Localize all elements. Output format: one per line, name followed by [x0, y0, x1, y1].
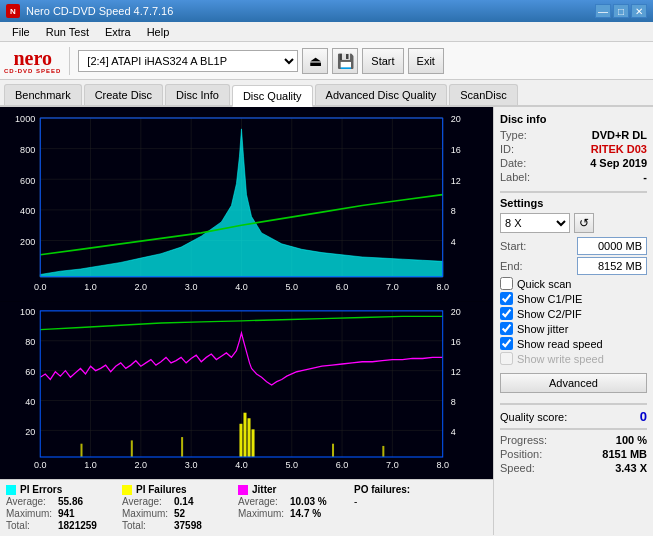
svg-rect-58: [252, 429, 255, 457]
show-c1pie-label: Show C1/PIE: [517, 293, 582, 305]
nero-logo: nero CD-DVD SPEED: [4, 48, 61, 74]
show-read-speed-row: Show read speed: [500, 337, 647, 350]
svg-rect-59: [80, 444, 82, 457]
show-jitter-checkbox[interactable]: [500, 322, 513, 335]
quality-score-value: 0: [640, 409, 647, 424]
date-label: Date:: [500, 157, 526, 169]
refresh-button[interactable]: ↺: [574, 213, 594, 233]
type-value: DVD+R DL: [592, 129, 647, 141]
show-c2pif-checkbox[interactable]: [500, 307, 513, 320]
svg-text:0.0: 0.0: [34, 459, 47, 471]
show-read-speed-checkbox[interactable]: [500, 337, 513, 350]
svg-text:4.0: 4.0: [235, 280, 248, 291]
pi-failures-max-value: 52: [174, 508, 185, 519]
jitter-label: Jitter: [252, 484, 276, 495]
show-jitter-label: Show jitter: [517, 323, 568, 335]
maximize-button[interactable]: □: [613, 4, 629, 18]
jitter-stat: Jitter Average: 10.03 % Maximum: 14.7 %: [238, 484, 338, 531]
svg-text:1.0: 1.0: [84, 280, 97, 291]
quick-scan-checkbox[interactable]: [500, 277, 513, 290]
svg-text:800: 800: [20, 144, 35, 155]
exit-button[interactable]: Exit: [408, 48, 444, 74]
divider-1: [500, 191, 647, 193]
pi-failures-label: PI Failures: [136, 484, 187, 495]
settings-section: Settings 8 X 4 X MAX ↺ Start: End: Quick…: [500, 197, 647, 365]
start-input[interactable]: [577, 237, 647, 255]
svg-text:1000: 1000: [15, 113, 35, 124]
svg-rect-55: [239, 424, 242, 457]
show-write-speed-label: Show write speed: [517, 353, 604, 365]
show-c1pie-checkbox[interactable]: [500, 292, 513, 305]
svg-text:20: 20: [451, 113, 461, 124]
svg-text:20: 20: [25, 425, 35, 437]
svg-rect-57: [248, 418, 251, 457]
svg-text:6.0: 6.0: [336, 459, 349, 471]
svg-text:1.0: 1.0: [84, 459, 97, 471]
quick-scan-row: Quick scan: [500, 277, 647, 290]
speed-value: 3.43 X: [615, 462, 647, 474]
svg-text:5.0: 5.0: [285, 280, 298, 291]
disc-info-title: Disc info: [500, 113, 647, 125]
tab-disc-info[interactable]: Disc Info: [165, 84, 230, 105]
menu-file[interactable]: File: [4, 24, 38, 40]
tab-benchmark[interactable]: Benchmark: [4, 84, 82, 105]
jitter-color: [238, 485, 248, 495]
pi-errors-max-label: Maximum:: [6, 508, 54, 519]
quick-scan-label: Quick scan: [517, 278, 571, 290]
show-write-speed-row: Show write speed: [500, 352, 647, 365]
end-label: End:: [500, 260, 523, 272]
pi-errors-avg-value: 55.86: [58, 496, 83, 507]
svg-text:8.0: 8.0: [436, 280, 449, 291]
eject-button[interactable]: ⏏: [302, 48, 328, 74]
title-text: Nero CD-DVD Speed 4.7.7.16: [26, 5, 173, 17]
pi-failures-avg-label: Average:: [122, 496, 170, 507]
pi-failures-total-value: 37598: [174, 520, 202, 531]
svg-text:8: 8: [451, 205, 456, 216]
svg-text:3.0: 3.0: [185, 459, 198, 471]
po-failures-label: PO failures:: [354, 484, 454, 495]
svg-text:5.0: 5.0: [285, 459, 298, 471]
tab-scan-disc[interactable]: ScanDisc: [449, 84, 517, 105]
svg-text:4: 4: [451, 236, 456, 247]
minimize-button[interactable]: —: [595, 4, 611, 18]
divider-3: [500, 428, 647, 430]
svg-text:2.0: 2.0: [135, 459, 148, 471]
menu-help[interactable]: Help: [139, 24, 178, 40]
upper-chart: 1000 800 600 400 200 20 16 12 8 4 0.0 1.…: [0, 107, 493, 302]
pi-failures-stat: PI Failures Average: 0.14 Maximum: 52 To…: [122, 484, 222, 531]
speed-selector[interactable]: 8 X 4 X MAX: [500, 213, 570, 233]
disc-label-value: -: [643, 171, 647, 183]
nero-sub-text: CD-DVD SPEED: [4, 68, 61, 74]
menu-run-test[interactable]: Run Test: [38, 24, 97, 40]
pi-errors-label: PI Errors: [20, 484, 62, 495]
pi-errors-total-label: Total:: [6, 520, 54, 531]
svg-rect-60: [131, 440, 133, 457]
date-value: 4 Sep 2019: [590, 157, 647, 169]
lower-chart-svg: 100 80 60 40 20 20 16 12 8 4 0.0 1.0 2.0…: [0, 302, 493, 479]
menu-extra[interactable]: Extra: [97, 24, 139, 40]
toolbar-separator-1: [69, 47, 70, 75]
close-button[interactable]: ✕: [631, 4, 647, 18]
pi-failures-avg-value: 0.14: [174, 496, 193, 507]
end-input[interactable]: [577, 257, 647, 275]
start-button[interactable]: Start: [362, 48, 403, 74]
tab-disc-quality[interactable]: Disc Quality: [232, 85, 313, 107]
tab-bar: Benchmark Create Disc Disc Info Disc Qua…: [0, 80, 653, 107]
disc-label-label: Label:: [500, 171, 530, 183]
drive-selector[interactable]: [2:4] ATAPI iHAS324 A BL1P: [78, 50, 298, 72]
tab-advanced-disc-quality[interactable]: Advanced Disc Quality: [315, 84, 448, 105]
type-label: Type:: [500, 129, 527, 141]
advanced-button[interactable]: Advanced: [500, 373, 647, 393]
tab-create-disc[interactable]: Create Disc: [84, 84, 163, 105]
svg-text:0.0: 0.0: [34, 280, 47, 291]
svg-text:3.0: 3.0: [185, 280, 198, 291]
svg-text:20: 20: [451, 306, 461, 318]
svg-text:7.0: 7.0: [386, 459, 399, 471]
svg-text:7.0: 7.0: [386, 280, 399, 291]
save-button[interactable]: 💾: [332, 48, 358, 74]
menu-bar: File Run Test Extra Help: [0, 22, 653, 42]
stats-bar: PI Errors Average: 55.86 Maximum: 941 To…: [0, 479, 493, 535]
svg-text:16: 16: [451, 336, 461, 348]
pi-failures-max-label: Maximum:: [122, 508, 170, 519]
speed-label: Speed:: [500, 462, 535, 474]
